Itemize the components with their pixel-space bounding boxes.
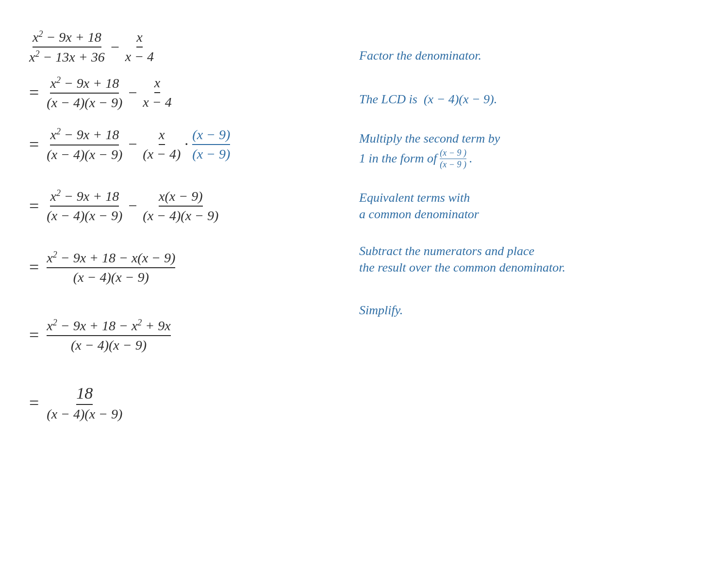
step4-fraction2: x(x − 9) (x − 4)(x − 9) xyxy=(143,189,218,224)
math-column: x2 − 9x + 18 x2 − 13x + 36 − x x − 4 = x… xyxy=(29,19,330,432)
equals-6: = xyxy=(29,325,39,345)
page: x2 − 9x + 18 x2 − 13x + 36 − x x − 4 = x… xyxy=(29,19,699,432)
equals-3: = xyxy=(29,134,39,155)
annotation-4: Equivalent terms with a common denominat… xyxy=(359,179,699,233)
math-step-7: = 18 (x − 4)(x − 9) xyxy=(29,374,330,432)
minus-1: − xyxy=(111,38,119,56)
equals-5: = xyxy=(29,257,39,277)
math-step-1: x2 − 9x + 18 x2 − 13x + 36 − x x − 4 xyxy=(29,19,330,70)
annotation-1: Factor the denominator. xyxy=(359,34,699,78)
math-step-6: = x2 − 9x + 18 − x2 + 9x (x − 4)(x − 9) xyxy=(29,306,330,364)
annotation-3-frac: (x − 9 ) (x − 9 ) xyxy=(440,148,466,170)
frac1: x2 − 9x + 18 x2 − 13x + 36 xyxy=(29,29,105,65)
equals-2: = xyxy=(29,82,39,103)
step4-fraction1: x2 − 9x + 18 (x − 4)(x − 9) xyxy=(47,188,122,224)
step3-fraction3: (x − 9) (x − 9) xyxy=(192,127,230,162)
annotation-column: Factor the denominator. The LCD is (x − … xyxy=(359,19,699,432)
step3-fraction2: x (x − 4) xyxy=(143,127,181,162)
step6-fraction: x2 − 9x + 18 − x2 + 9x (x − 4)(x − 9) xyxy=(47,318,170,353)
annotation-6: Simplify. xyxy=(359,286,699,335)
annotation-1-text: Factor the denominator. xyxy=(359,48,699,63)
annotation-4-line2: a common denominator xyxy=(359,207,699,222)
frac2: x x − 4 xyxy=(125,30,154,65)
math-step-4: = x2 − 9x + 18 (x − 4)(x − 9) − x(x − 9)… xyxy=(29,183,330,228)
step5-fraction: x2 − 9x + 18 − x(x − 9) (x − 4)(x − 9) xyxy=(47,250,175,285)
annotation-5-line2: the result over the common denominator. xyxy=(359,260,699,275)
minus-2: − xyxy=(128,84,137,102)
step2-fraction2: x x − 4 xyxy=(143,75,171,110)
dot-3: · xyxy=(184,135,188,153)
annotation-3-line2: 1 in the form of (x − 9 ) (x − 9 ) . xyxy=(359,148,699,170)
step1-fraction1: x2 − 9x + 18 x2 − 13x + 36 xyxy=(29,29,105,65)
annotation-3: Multiply the second term by 1 in the for… xyxy=(359,121,699,179)
annotation-6-text: Simplify. xyxy=(359,303,699,318)
step7-fraction: 18 (x − 4)(x − 9) xyxy=(47,384,122,422)
step3-fraction1: x2 − 9x + 18 (x − 4)(x − 9) xyxy=(47,127,122,162)
annotation-4-line1: Equivalent terms with xyxy=(359,191,699,205)
equals-7: = xyxy=(29,393,39,413)
annotation-2: The LCD is (x − 4)(x − 9). xyxy=(359,78,699,121)
minus-3: − xyxy=(128,135,137,153)
annotation-5-line1: Subtract the numerators and place xyxy=(359,244,699,258)
math-step-5: = x2 − 9x + 18 − x(x − 9) (x − 4)(x − 9) xyxy=(29,238,330,296)
annotation-3-line1: Multiply the second term by xyxy=(359,131,699,146)
annotation-5: Subtract the numerators and place the re… xyxy=(359,233,699,286)
step1-fraction2: x x − 4 xyxy=(125,30,154,65)
annotation-2-text: The LCD is (x − 4)(x − 9). xyxy=(359,92,699,107)
math-step-2: = x2 − 9x + 18 (x − 4)(x − 9) − x x − 4 xyxy=(29,70,330,115)
math-step-3: = x2 − 9x + 18 (x − 4)(x − 9) − x (x − 4… xyxy=(29,115,330,174)
minus-4: − xyxy=(128,197,137,215)
step2-fraction1: x2 − 9x + 18 (x − 4)(x − 9) xyxy=(47,75,122,111)
equals-4: = xyxy=(29,196,39,216)
